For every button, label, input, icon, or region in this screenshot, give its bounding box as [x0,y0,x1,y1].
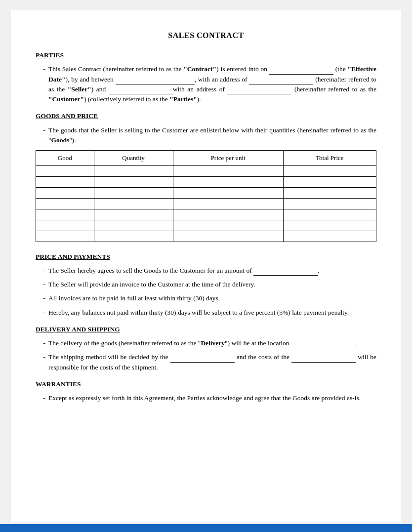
delivery-item-1: - The delivery of the goods (hereinafter… [36,338,376,348]
table-row [36,231,376,242]
payment-item-3: - All invoices are to be paid in full at… [36,293,376,303]
payment-text-2: The Seller will provide an invoice to th… [48,280,376,289]
bullet-dash: - [36,352,45,372]
document-body: SALES CONTRACT PARTIES - This Sales Cont… [11,10,401,522]
shipping-decider-blank[interactable] [170,356,235,363]
warranty-text-1: Except as expressly set forth in this Ag… [48,393,376,403]
bullet-dash: - [36,64,45,104]
table-row [36,165,376,176]
bottom-bar [0,524,412,532]
amount-blank[interactable] [253,269,318,276]
section-heading-warranties: WARRANTIES [36,379,376,389]
delivery-item-2: - The shipping method will be decided by… [36,352,376,372]
bullet-dash-goods: - [36,125,45,146]
table-row [36,176,376,187]
table-row [36,220,376,231]
section-heading-delivery: DELIVERY AND SHIPPING [36,325,376,334]
payment-item-4: - Hereby, any balances not paid within t… [36,308,376,318]
bullet-dash: - [36,293,45,303]
parties-text: This Sales Contract (hereinafter referre… [48,64,376,104]
delivery-text-1: The delivery of the goods (hereinafter r… [48,338,376,348]
contract-date-blank[interactable] [269,68,333,75]
document-title: SALES CONTRACT [36,30,376,41]
goods-table: Good Quantity Price per unit Total Price [36,150,376,242]
section-heading-parties: PARTIES [36,50,376,60]
goods-text: The goods that the Seller is selling to … [48,125,376,146]
col-good: Good [36,151,94,166]
payment-text-4: Hereby, any balances not paid within thi… [48,308,376,318]
payment-item-1: - The Seller hereby agrees to sell the G… [36,266,376,276]
section-heading-goods: GOODS AND PRICE [36,111,376,121]
col-quantity: Quantity [94,151,173,166]
delivery-text-2: The shipping method will be decided by t… [48,352,376,372]
goods-paragraph: - The goods that the Seller is selling t… [36,125,376,146]
customer-name-blank[interactable] [109,87,173,94]
table-row [36,209,376,220]
shipping-cost-blank[interactable] [291,356,356,363]
col-total-price: Total Price [283,151,376,166]
bullet-dash: - [36,280,45,289]
parties-paragraph: - This Sales Contract (hereinafter refer… [36,64,376,104]
bullet-dash: - [36,393,45,403]
col-price-per-unit: Price per unit [173,151,283,166]
bullet-dash: - [36,308,45,318]
table-row [36,198,376,209]
payment-text-1: The Seller hereby agrees to sell the Goo… [48,266,376,276]
seller-address-blank[interactable] [249,78,313,84]
payment-text-3: All invoices are to be paid in full at l… [48,293,376,303]
warranty-item-1: - Except as expressly set forth in this … [36,393,376,403]
seller-name-blank[interactable] [116,78,195,84]
bullet-dash: - [36,338,45,348]
payment-item-2: - The Seller will provide an invoice to … [36,280,376,289]
delivery-location-blank[interactable] [291,341,355,348]
bullet-dash: - [36,266,45,276]
table-row [36,187,376,198]
section-heading-price: PRICE AND PAYMENTS [36,252,376,262]
customer-address-blank[interactable] [227,87,291,94]
